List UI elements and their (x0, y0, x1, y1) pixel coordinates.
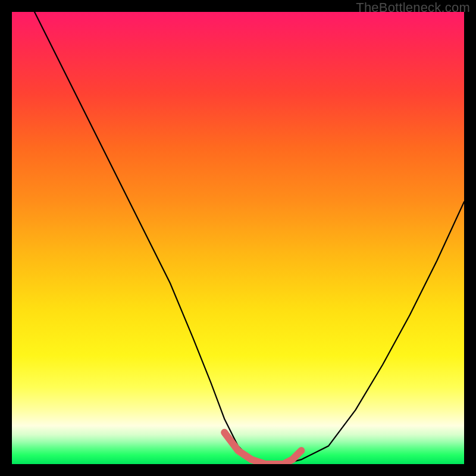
optimal-range-marker (224, 433, 301, 464)
plot-area (12, 12, 464, 464)
curve-layer (12, 12, 464, 464)
bottleneck-curve (35, 12, 464, 464)
chart-stage: TheBottleneck.com (0, 0, 476, 476)
